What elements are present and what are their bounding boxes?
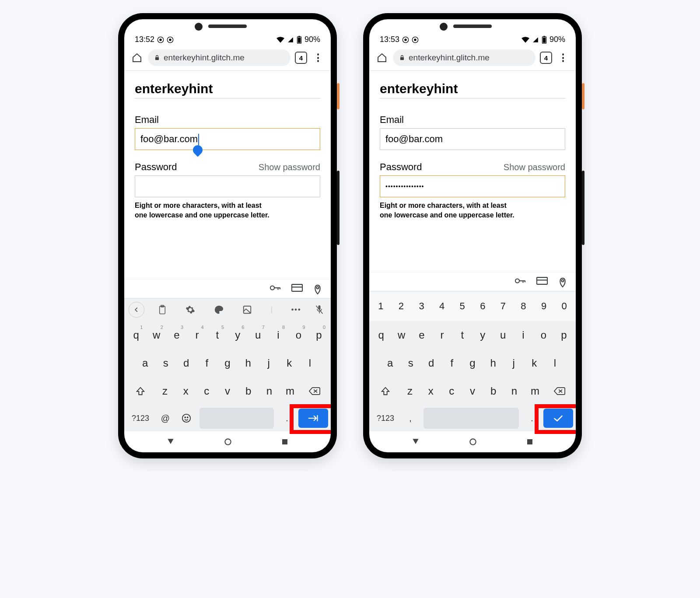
key-icon[interactable] — [514, 277, 526, 287]
key-v[interactable]: v — [218, 379, 237, 403]
more-icon[interactable]: ••• — [291, 306, 301, 314]
key-p[interactable]: p0 — [310, 323, 328, 347]
key-u[interactable]: u — [494, 323, 512, 347]
key-b[interactable]: b — [239, 379, 258, 403]
tab-switcher[interactable]: 4 — [540, 52, 552, 64]
recents-nav-icon[interactable] — [281, 438, 289, 446]
key-h[interactable]: h — [239, 351, 258, 375]
clipboard-icon[interactable] — [158, 305, 167, 315]
show-password-toggle[interactable]: Show password — [259, 162, 320, 172]
key-x[interactable]: x — [176, 379, 196, 403]
key-d[interactable]: d — [422, 351, 441, 375]
key-c[interactable]: c — [442, 379, 461, 403]
key-4[interactable]: 4 — [432, 294, 452, 318]
key-y[interactable]: y — [473, 323, 492, 347]
key-o[interactable]: o — [534, 323, 553, 347]
shift-key[interactable] — [372, 379, 399, 403]
key-j[interactable]: j — [504, 351, 523, 375]
key-w[interactable]: w2 — [147, 323, 165, 347]
address-bar[interactable]: enterkeyhint.glitch.me — [148, 49, 290, 66]
home-icon[interactable] — [375, 51, 388, 64]
location-pin-icon[interactable] — [558, 277, 567, 287]
key-3[interactable]: 3 — [412, 294, 431, 318]
key-i[interactable]: i8 — [269, 323, 287, 347]
key-d[interactable]: d — [177, 351, 196, 375]
key-2[interactable]: 2 — [392, 294, 411, 318]
key-icon[interactable] — [270, 284, 281, 294]
key-r[interactable]: r4 — [188, 323, 206, 347]
period-key[interactable]: . — [277, 408, 297, 429]
key-a[interactable]: a — [136, 351, 154, 375]
key-z[interactable]: z — [400, 379, 420, 403]
period-key[interactable]: . — [522, 408, 542, 429]
key-e[interactable]: e — [413, 323, 431, 347]
overflow-menu-icon[interactable]: ⋮ — [556, 51, 570, 64]
backspace-key[interactable] — [546, 379, 573, 403]
backspace-key[interactable] — [301, 379, 328, 403]
enter-key-done[interactable] — [543, 409, 573, 428]
show-password-toggle[interactable]: Show password — [504, 162, 565, 172]
key-j[interactable]: j — [259, 351, 278, 375]
email-field[interactable]: foo@bar.com — [380, 128, 565, 150]
sticker-icon[interactable] — [242, 305, 252, 315]
key-h[interactable]: h — [484, 351, 503, 375]
symbols-key[interactable]: ?123 — [372, 408, 399, 429]
key-p[interactable]: p — [555, 323, 573, 347]
back-nav-icon[interactable] — [411, 437, 420, 446]
key-7[interactable]: 7 — [494, 294, 513, 318]
key-y[interactable]: y6 — [228, 323, 247, 347]
key-v[interactable]: v — [463, 379, 482, 403]
spacebar-key[interactable] — [200, 408, 274, 429]
key-1[interactable]: 1 — [371, 294, 391, 318]
key-i[interactable]: i — [514, 323, 532, 347]
key-n[interactable]: n — [260, 379, 279, 403]
card-icon[interactable] — [536, 277, 548, 287]
key-b[interactable]: b — [484, 379, 503, 403]
key-m[interactable]: m — [525, 379, 545, 403]
key-5[interactable]: 5 — [452, 294, 472, 318]
symbols-key[interactable]: ?123 — [127, 408, 154, 429]
home-icon[interactable] — [130, 51, 144, 64]
key-z[interactable]: z — [155, 379, 175, 403]
at-key[interactable]: @ — [156, 408, 175, 429]
key-f[interactable]: f — [442, 351, 461, 375]
overflow-menu-icon[interactable]: ⋮ — [312, 51, 325, 64]
key-w[interactable]: w — [392, 323, 410, 347]
home-nav-icon[interactable] — [224, 437, 232, 446]
email-field[interactable]: foo@bar.com — [135, 128, 320, 150]
key-g[interactable]: g — [463, 351, 482, 375]
tab-switcher[interactable]: 4 — [295, 52, 307, 64]
gear-icon[interactable] — [186, 305, 195, 315]
key-k[interactable]: k — [525, 351, 544, 375]
key-6[interactable]: 6 — [473, 294, 493, 318]
key-o[interactable]: o9 — [289, 323, 308, 347]
key-t[interactable]: t5 — [208, 323, 227, 347]
palette-icon[interactable] — [214, 305, 224, 315]
mic-off-icon[interactable] — [315, 304, 326, 315]
key-n[interactable]: n — [505, 379, 524, 403]
key-l[interactable]: l — [301, 351, 319, 375]
key-s[interactable]: s — [156, 351, 175, 375]
key-c[interactable]: c — [197, 379, 216, 403]
key-q[interactable]: q1 — [127, 323, 145, 347]
home-nav-icon[interactable] — [469, 437, 477, 446]
key-m[interactable]: m — [280, 379, 300, 403]
key-a[interactable]: a — [381, 351, 399, 375]
key-x[interactable]: x — [421, 379, 441, 403]
recents-nav-icon[interactable] — [526, 438, 534, 446]
key-q[interactable]: q — [372, 323, 390, 347]
key-s[interactable]: s — [401, 351, 420, 375]
card-icon[interactable] — [291, 284, 303, 294]
key-t[interactable]: t — [453, 323, 472, 347]
key-r[interactable]: r — [433, 323, 451, 347]
comma-key[interactable]: , — [401, 408, 420, 429]
key-e[interactable]: e3 — [168, 323, 186, 347]
back-nav-icon[interactable] — [166, 437, 175, 446]
password-field[interactable] — [135, 175, 320, 197]
key-l[interactable]: l — [546, 351, 564, 375]
key-k[interactable]: k — [280, 351, 299, 375]
emoji-key[interactable] — [177, 408, 196, 429]
location-pin-icon[interactable] — [313, 284, 322, 294]
address-bar[interactable]: enterkeyhint.glitch.me — [393, 49, 536, 66]
key-g[interactable]: g — [218, 351, 237, 375]
